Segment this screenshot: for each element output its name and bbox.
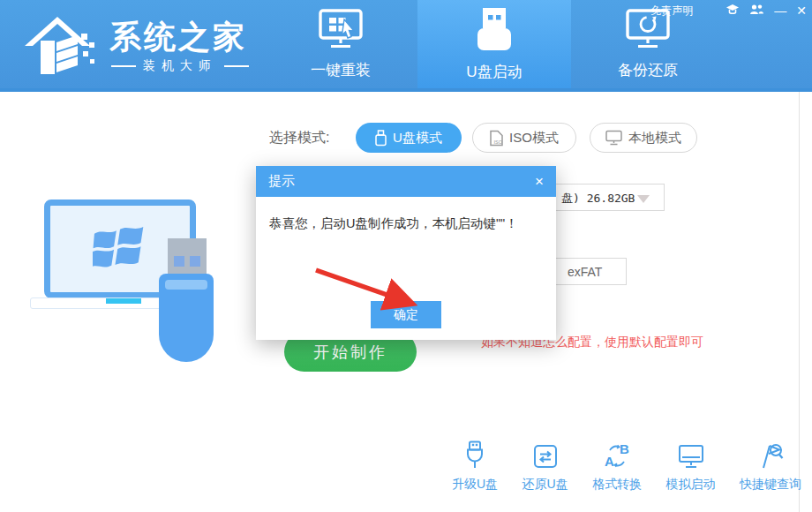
disclaimer-link[interactable]: 免责声明 [650, 4, 693, 19]
bottom-toolbar: 升级U盘 还原U盘 A B 格式转换 [452, 441, 801, 493]
usb-connector-hole [174, 256, 184, 267]
reinstall-monitor-icon [318, 8, 364, 54]
mode-usb-button[interactable]: U盘模式 [356, 123, 462, 153]
format-value: exFAT [568, 265, 602, 279]
mode-label: ISO模式 [509, 130, 559, 147]
svg-text:B: B [620, 442, 629, 456]
mode-iso-button[interactable]: ISO ISO模式 [472, 123, 576, 153]
close-button[interactable]: ✕ [796, 4, 807, 17]
subtitle-dash-right [224, 65, 249, 67]
header-bar: 系统之家 装机大师 一键重装 [0, 0, 812, 88]
app-title: 系统之家 [109, 16, 247, 59]
dialog-title: 提示 [268, 173, 295, 190]
usb-drive-stripe [165, 280, 207, 290]
usb-drive-icon [474, 6, 515, 56]
tool-label: 格式转换 [592, 477, 642, 493]
restore-box-icon [532, 441, 559, 470]
tool-label: 快捷键查询 [740, 477, 801, 493]
user-group-icon[interactable] [749, 3, 764, 19]
mode-label: U盘模式 [393, 130, 442, 147]
mode-local-button[interactable]: 本地模式 [590, 123, 697, 153]
dialog-close-icon[interactable]: × [535, 173, 544, 191]
tool-hotkey-query[interactable]: 快捷键查询 [740, 441, 801, 493]
svg-text:A: A [605, 454, 614, 469]
tab-one-key-reinstall[interactable]: 一键重装 [264, 0, 417, 88]
service-cap-icon[interactable] [726, 3, 740, 19]
mode-label: 本地模式 [628, 130, 681, 147]
windows-flag-icon [93, 225, 147, 273]
laptop-usb-illustration [26, 187, 234, 368]
monitor-icon [677, 441, 705, 470]
tool-label: 还原U盘 [523, 477, 568, 493]
subtitle-dash-left [111, 65, 136, 67]
iso-file-icon: ISO [490, 130, 503, 147]
tab-label: 一键重装 [311, 60, 371, 80]
laptop-base [30, 297, 164, 309]
usb-mode-icon [375, 130, 387, 147]
tool-label: 模拟启动 [666, 477, 716, 493]
header-divider [0, 88, 812, 92]
a-b-convert-icon: A B [603, 441, 631, 470]
app-logo: 系统之家 装机大师 [19, 7, 249, 81]
flag-magnifier-icon [757, 441, 784, 470]
dropdown-arrow-icon [637, 195, 650, 203]
tab-label: 备份还原 [618, 60, 678, 80]
usb-plug-icon [462, 441, 488, 470]
tool-format-convert[interactable]: A B 格式转换 [592, 441, 642, 493]
dialog-message: 恭喜您，启动U盘制作成功，本机启动键""！ [269, 215, 518, 232]
local-monitor-icon [605, 130, 622, 146]
app-subtitle: 装机大师 [111, 58, 249, 74]
tool-upgrade-usb[interactable]: 升级U盘 [452, 441, 498, 493]
usb-device-value: 盘) 26.82GB [561, 191, 635, 207]
laptop-base-notch [106, 298, 141, 304]
tab-label: U盘启动 [466, 62, 522, 82]
success-dialog: 提示 × 恭喜您，启动U盘制作成功，本机启动键""！ 确定 [256, 166, 556, 340]
titlebar-controls: 免责声明 — ✕ [650, 3, 807, 19]
tool-simulate-boot[interactable]: 模拟启动 [666, 441, 716, 493]
usb-connector-hole [190, 256, 200, 267]
app-window: 系统之家 装机大师 一键重装 [0, 0, 812, 512]
house-logo-icon [19, 9, 95, 79]
dialog-titlebar: 提示 × [256, 166, 556, 197]
tool-restore-usb[interactable]: 还原U盘 [523, 441, 568, 493]
mode-select-label: 选择模式: [269, 129, 329, 147]
tab-usb-boot[interactable]: U盘启动 [417, 0, 571, 88]
minimize-button[interactable]: — [774, 4, 786, 17]
svg-text:ISO: ISO [494, 139, 503, 144]
dialog-ok-button[interactable]: 确定 [371, 301, 441, 328]
tool-label: 升级U盘 [452, 477, 498, 493]
